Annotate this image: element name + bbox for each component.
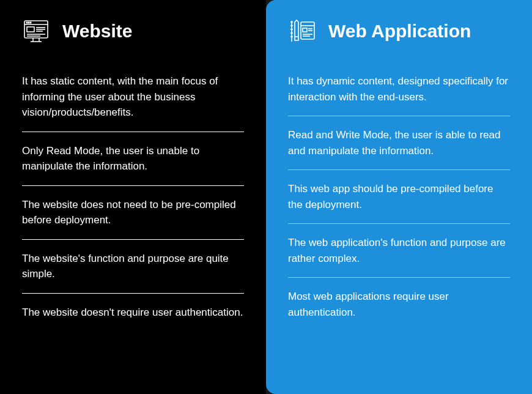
svg-rect-23: [303, 28, 307, 32]
webapp-item: Most web applications require user authe…: [288, 278, 510, 331]
website-header: Website: [22, 17, 244, 45]
website-item: The website does not need to be pre-comp…: [22, 186, 244, 240]
svg-point-4: [30, 22, 31, 23]
website-column: Website It has static content, with the …: [0, 0, 266, 394]
website-item: The website doesn't require user authent…: [22, 294, 244, 332]
website-icon: [22, 17, 50, 45]
svg-rect-5: [27, 27, 34, 32]
webapp-header: Web Application: [288, 17, 510, 45]
webapp-item: The web application's function and purpo…: [288, 224, 510, 278]
webapp-item: It has dynamic content, designed specifi…: [288, 62, 510, 116]
webapp-item: Read and Write Mode, the user is able to…: [288, 116, 510, 170]
website-item: The website's function and purpose are q…: [22, 240, 244, 294]
website-title: Website: [62, 21, 132, 42]
webapp-column: Web Application It has dynamic content, …: [266, 0, 532, 394]
webapp-icon: [288, 17, 316, 45]
webapp-item: This web app should be pre-compiled befo…: [288, 170, 510, 224]
website-item: It has static content, with the main foc…: [22, 62, 244, 132]
webapp-title: Web Application: [328, 21, 471, 42]
svg-point-3: [28, 22, 29, 23]
website-item: Only Read Mode, the user is unable to ma…: [22, 132, 244, 186]
svg-point-2: [26, 22, 28, 23]
